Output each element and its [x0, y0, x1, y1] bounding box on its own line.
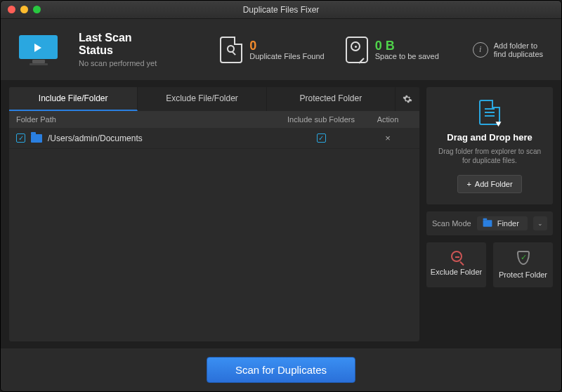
space-saved-amount: 0 B — [375, 39, 439, 52]
file-search-icon — [220, 37, 242, 63]
files-found-count: 0 — [249, 39, 324, 52]
remove-row-button[interactable]: × — [363, 133, 412, 143]
exclude-label: Exclude Folder — [429, 268, 483, 276]
status-sub: No scan performed yet — [79, 59, 157, 67]
document-drop-icon — [479, 100, 500, 125]
drop-desc: Drag folder from explorer to scan for du… — [433, 147, 546, 165]
plus-icon: + — [466, 180, 471, 188]
scan-button[interactable]: Scan for Duplicates — [207, 357, 355, 383]
action-buttons: Exclude Folder Protect Folder — [426, 242, 553, 287]
app-window: Duplicate Files Fixer Last Scan Status N… — [0, 0, 562, 392]
folder-panel: Include File/Folder Exclude File/Folder … — [9, 87, 419, 341]
status-line2: Status — [79, 44, 157, 57]
files-found-stat: 0 Duplicate Files Found — [220, 37, 324, 63]
row-checkbox[interactable] — [16, 133, 25, 143]
col-path: Folder Path — [16, 115, 279, 124]
files-found-label: Duplicate Files Found — [249, 52, 324, 60]
folder-icon — [483, 220, 492, 227]
titlebar: Duplicate Files Fixer — [1, 1, 561, 19]
scan-mode-row: Scan Mode Finder ⌄ — [426, 211, 553, 235]
scan-status: Last Scan Status No scan performed yet — [79, 32, 157, 67]
include-sub-checkbox[interactable] — [317, 133, 326, 143]
protect-folder-button[interactable]: Protect Folder — [493, 242, 553, 287]
body: Include File/Folder Exclude File/Folder … — [1, 80, 561, 348]
info-line1: Add folder to — [494, 41, 543, 50]
row-path: /Users/admin/Documents — [48, 133, 143, 143]
header: Last Scan Status No scan performed yet 0… — [1, 19, 561, 80]
scan-mode-value: Finder — [497, 219, 519, 228]
gear-icon — [403, 94, 412, 104]
exclude-folder-button[interactable]: Exclude Folder — [426, 242, 486, 287]
tab-protected[interactable]: Protected Folder — [267, 87, 396, 111]
col-sub: Include sub Folders — [279, 115, 363, 124]
add-folder-info[interactable]: i Add folder to find duplicates — [473, 41, 543, 58]
chevron-down-icon: ⌄ — [537, 220, 543, 227]
protect-label: Protect Folder — [496, 270, 550, 279]
space-saved-label: Space to be saved — [375, 52, 439, 60]
col-action: Action — [363, 115, 412, 124]
add-folder-label: Add Folder — [475, 180, 513, 188]
scan-mode-label: Scan Mode — [432, 219, 471, 228]
window-title: Duplicate Files Fixer — [1, 5, 561, 15]
column-headers: Folder Path Include sub Folders Action — [9, 111, 419, 128]
right-panel: Drag and Drop here Drag folder from expl… — [426, 87, 553, 341]
drop-zone[interactable]: Drag and Drop here Drag folder from expl… — [426, 87, 553, 204]
tab-include[interactable]: Include File/Folder — [9, 87, 138, 111]
drop-heading: Drag and Drop here — [433, 132, 546, 143]
scan-mode-dropdown[interactable]: ⌄ — [533, 216, 547, 230]
tabs: Include File/Folder Exclude File/Folder … — [9, 87, 419, 111]
exclude-icon — [451, 251, 462, 262]
tab-exclude[interactable]: Exclude File/Folder — [138, 87, 266, 111]
add-folder-button[interactable]: + Add Folder — [457, 175, 521, 193]
scan-mode-select[interactable]: Finder — [477, 216, 528, 230]
footer: Scan for Duplicates — [1, 348, 561, 391]
disk-icon — [346, 37, 368, 63]
info-line2: find duplicates — [494, 50, 543, 58]
space-saved-stat: 0 B Space to be saved — [346, 37, 439, 63]
info-icon: i — [473, 42, 488, 58]
status-line1: Last Scan — [79, 32, 157, 44]
table-row: /Users/admin/Documents × — [9, 128, 419, 149]
settings-button[interactable] — [396, 87, 419, 111]
protect-icon — [517, 251, 530, 265]
monitor-icon — [19, 35, 58, 65]
folder-icon — [31, 134, 42, 143]
